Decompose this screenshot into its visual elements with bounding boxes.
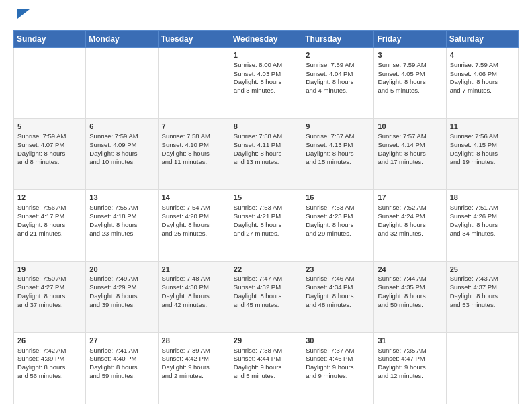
calendar-cell: 22Sunrise: 7:47 AMSunset: 4:32 PMDayligh… [230, 261, 302, 332]
day-number: 19 [17, 265, 82, 275]
calendar-cell: 17Sunrise: 7:52 AMSunset: 4:24 PMDayligh… [374, 190, 446, 261]
calendar-cell: 2Sunrise: 7:59 AMSunset: 4:04 PMDaylight… [302, 48, 374, 119]
day-number: 18 [450, 193, 515, 203]
day-number: 22 [234, 265, 298, 275]
calendar-cell: 19Sunrise: 7:50 AMSunset: 4:27 PMDayligh… [14, 261, 86, 332]
calendar-cell: 16Sunrise: 7:53 AMSunset: 4:23 PMDayligh… [302, 190, 374, 261]
calendar-cell: 21Sunrise: 7:48 AMSunset: 4:30 PMDayligh… [158, 261, 230, 332]
day-number: 8 [234, 122, 298, 132]
calendar-cell: 3Sunrise: 7:59 AMSunset: 4:05 PMDaylight… [374, 48, 446, 119]
day-number: 9 [306, 122, 370, 132]
day-number: 28 [162, 336, 226, 346]
calendar-cell: 27Sunrise: 7:41 AMSunset: 4:40 PMDayligh… [86, 332, 158, 404]
day-number: 5 [17, 122, 82, 132]
calendar-cell [14, 48, 86, 119]
day-number: 10 [378, 122, 442, 132]
calendar-header: SundayMondayTuesdayWednesdayThursdayFrid… [14, 31, 519, 48]
calendar-cell: 29Sunrise: 7:38 AMSunset: 4:44 PMDayligh… [230, 332, 302, 404]
header [13, 11, 519, 25]
calendar-cell: 24Sunrise: 7:44 AMSunset: 4:35 PMDayligh… [374, 261, 446, 332]
day-number: 11 [450, 122, 515, 132]
calendar-cell: 4Sunrise: 7:59 AMSunset: 4:06 PMDaylight… [446, 48, 518, 119]
calendar-cell: 23Sunrise: 7:46 AMSunset: 4:34 PMDayligh… [302, 261, 374, 332]
day-number: 17 [378, 193, 442, 203]
day-number: 12 [17, 193, 82, 203]
day-number: 2 [306, 50, 370, 60]
weekday-header-tuesday: Tuesday [158, 31, 230, 48]
day-number: 21 [162, 265, 226, 275]
day-number: 24 [378, 265, 442, 275]
day-number: 13 [89, 193, 154, 203]
calendar-cell: 28Sunrise: 7:39 AMSunset: 4:42 PMDayligh… [158, 332, 230, 404]
weekday-header-row: SundayMondayTuesdayWednesdayThursdayFrid… [14, 31, 519, 48]
calendar-cell [158, 48, 230, 119]
calendar-cell: 9Sunrise: 7:57 AMSunset: 4:13 PMDaylight… [302, 119, 374, 190]
day-number: 4 [450, 50, 515, 60]
day-number: 6 [89, 122, 154, 132]
calendar-cell: 14Sunrise: 7:54 AMSunset: 4:20 PMDayligh… [158, 190, 230, 261]
calendar-cell: 1Sunrise: 8:00 AMSunset: 4:03 PMDaylight… [230, 48, 302, 119]
logo-flag-icon [16, 7, 31, 21]
calendar-body: 1Sunrise: 8:00 AMSunset: 4:03 PMDaylight… [14, 48, 519, 404]
day-number: 31 [378, 336, 442, 346]
calendar-cell: 20Sunrise: 7:49 AMSunset: 4:29 PMDayligh… [86, 261, 158, 332]
weekday-header-sunday: Sunday [14, 31, 86, 48]
calendar-cell: 6Sunrise: 7:59 AMSunset: 4:09 PMDaylight… [86, 119, 158, 190]
calendar-cell: 18Sunrise: 7:51 AMSunset: 4:26 PMDayligh… [446, 190, 518, 261]
calendar-cell: 26Sunrise: 7:42 AMSunset: 4:39 PMDayligh… [14, 332, 86, 404]
weekday-header-saturday: Saturday [446, 31, 518, 48]
logo [13, 11, 87, 25]
calendar: SundayMondayTuesdayWednesdayThursdayFrid… [13, 30, 519, 404]
day-number: 29 [234, 336, 298, 346]
calendar-cell: 7Sunrise: 7:58 AMSunset: 4:10 PMDaylight… [158, 119, 230, 190]
day-number: 14 [162, 193, 226, 203]
calendar-cell: 30Sunrise: 7:37 AMSunset: 4:46 PMDayligh… [302, 332, 374, 404]
page: SundayMondayTuesdayWednesdayThursdayFrid… [0, 0, 532, 411]
weekday-header-wednesday: Wednesday [230, 31, 302, 48]
day-number: 7 [162, 122, 226, 132]
calendar-cell: 31Sunrise: 7:35 AMSunset: 4:47 PMDayligh… [374, 332, 446, 404]
weekday-header-monday: Monday [86, 31, 158, 48]
day-number: 15 [234, 193, 298, 203]
calendar-cell: 8Sunrise: 7:58 AMSunset: 4:11 PMDaylight… [230, 119, 302, 190]
calendar-cell: 11Sunrise: 7:56 AMSunset: 4:15 PMDayligh… [446, 119, 518, 190]
day-number: 25 [450, 265, 515, 275]
day-number: 26 [17, 336, 82, 346]
day-number: 1 [234, 50, 298, 60]
calendar-week-1: 1Sunrise: 8:00 AMSunset: 4:03 PMDaylight… [14, 48, 519, 119]
day-number: 27 [89, 336, 154, 346]
day-number: 30 [306, 336, 370, 346]
calendar-cell: 5Sunrise: 7:59 AMSunset: 4:07 PMDaylight… [14, 119, 86, 190]
calendar-cell [86, 48, 158, 119]
calendar-cell [446, 332, 518, 404]
weekday-header-thursday: Thursday [302, 31, 374, 48]
calendar-week-2: 5Sunrise: 7:59 AMSunset: 4:07 PMDaylight… [14, 119, 519, 190]
weekday-header-friday: Friday [374, 31, 446, 48]
calendar-cell: 10Sunrise: 7:57 AMSunset: 4:14 PMDayligh… [374, 119, 446, 190]
calendar-week-4: 19Sunrise: 7:50 AMSunset: 4:27 PMDayligh… [14, 261, 519, 332]
day-number: 3 [378, 50, 442, 60]
svg-marker-0 [17, 9, 30, 19]
calendar-week-5: 26Sunrise: 7:42 AMSunset: 4:39 PMDayligh… [14, 332, 519, 404]
calendar-cell: 25Sunrise: 7:43 AMSunset: 4:37 PMDayligh… [446, 261, 518, 332]
calendar-cell: 12Sunrise: 7:56 AMSunset: 4:17 PMDayligh… [14, 190, 86, 261]
day-number: 23 [306, 265, 370, 275]
calendar-cell: 15Sunrise: 7:53 AMSunset: 4:21 PMDayligh… [230, 190, 302, 261]
calendar-cell: 13Sunrise: 7:55 AMSunset: 4:18 PMDayligh… [86, 190, 158, 261]
day-number: 20 [89, 265, 154, 275]
day-number: 16 [306, 193, 370, 203]
calendar-week-3: 12Sunrise: 7:56 AMSunset: 4:17 PMDayligh… [14, 190, 519, 261]
